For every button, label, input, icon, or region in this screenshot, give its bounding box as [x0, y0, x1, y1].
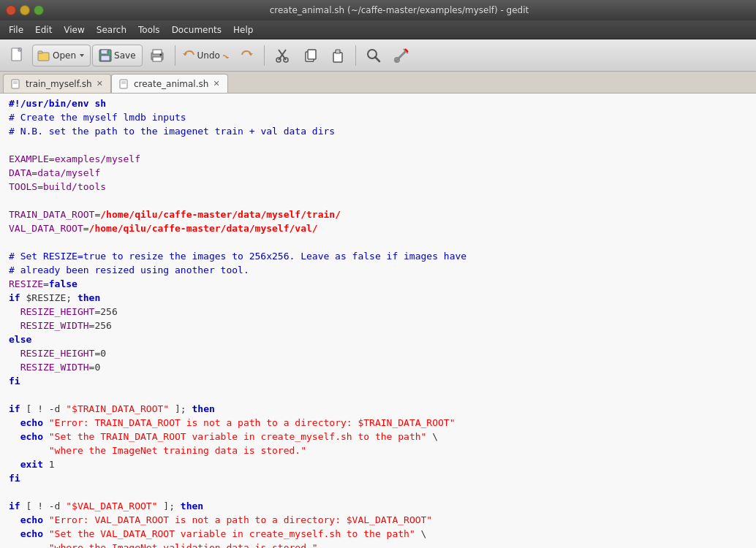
undo-button[interactable]: Undo: [180, 42, 232, 69]
tab-1-close[interactable]: ✕: [97, 79, 103, 88]
tools-button[interactable]: [388, 42, 415, 69]
svg-rect-21: [308, 50, 316, 59]
redo-button[interactable]: [233, 42, 260, 69]
maximize-button[interactable]: [34, 5, 44, 15]
svg-rect-22: [333, 53, 342, 62]
toolbar: Open Save Undo: [0, 39, 756, 72]
open-dropdown-arrow-icon: [78, 52, 86, 59]
cut-button[interactable]: [269, 42, 295, 69]
menu-file[interactable]: File: [3, 23, 29, 37]
tab-2-close[interactable]: ✕: [213, 79, 219, 88]
svg-point-12: [159, 53, 162, 56]
file-icon-2: [119, 79, 129, 89]
window-title: create_animal.sh (~/caffe-master/example…: [48, 5, 750, 15]
svg-rect-2: [38, 53, 49, 61]
menu-documents[interactable]: Documents: [166, 23, 227, 37]
file-icon: [11, 79, 21, 89]
paste-button[interactable]: [325, 42, 351, 69]
svg-rect-7: [101, 56, 110, 61]
titlebar: create_animal.sh (~/caffe-master/example…: [0, 0, 756, 20]
svg-rect-33: [120, 80, 127, 88]
tabbar: train_myself.sh ✕ create_animal.sh ✕: [0, 72, 756, 94]
svg-rect-30: [12, 80, 19, 88]
svg-marker-4: [80, 54, 84, 57]
svg-rect-11: [153, 57, 162, 61]
find-button[interactable]: [360, 42, 387, 69]
toolbar-sep-3: [355, 45, 356, 66]
close-button[interactable]: [6, 5, 16, 15]
menubar: File Edit View Search Tools Documents He…: [0, 20, 756, 39]
undo-label: Undo: [197, 50, 220, 61]
toolbar-sep-2: [264, 45, 265, 66]
tab-1-label: train_myself.sh: [26, 79, 92, 89]
print-button[interactable]: [144, 42, 170, 69]
minimize-button[interactable]: [20, 5, 30, 15]
code-content: #!/usr/bin/env sh # Create the myself lm…: [0, 96, 756, 548]
svg-rect-10: [153, 50, 162, 54]
svg-rect-8: [107, 50, 108, 53]
menu-tools[interactable]: Tools: [132, 23, 166, 37]
tab-train-myself[interactable]: train_myself.sh ✕: [3, 74, 111, 93]
copy-button[interactable]: [297, 42, 323, 69]
menu-edit[interactable]: Edit: [29, 23, 58, 37]
svg-line-25: [375, 57, 379, 61]
tab-2-label: create_animal.sh: [134, 79, 208, 89]
svg-rect-3: [38, 51, 42, 53]
svg-marker-15: [249, 53, 253, 56]
menu-search[interactable]: Search: [91, 23, 132, 37]
editor-area[interactable]: #!/usr/bin/env sh # Create the myself lm…: [0, 94, 756, 548]
undo-arrow-icon: [222, 52, 229, 59]
open-button[interactable]: Open: [32, 45, 91, 66]
tab-create-animal[interactable]: create_animal.sh ✕: [111, 74, 228, 93]
open-label: Open: [53, 50, 76, 61]
menu-view[interactable]: View: [58, 23, 90, 37]
svg-line-26: [396, 50, 407, 61]
save-button[interactable]: Save: [92, 45, 142, 66]
titlebar-buttons: [6, 5, 44, 15]
svg-marker-13: [183, 53, 187, 56]
new-file-button[interactable]: [4, 42, 31, 69]
menu-help[interactable]: Help: [227, 23, 259, 37]
toolbar-sep-1: [175, 45, 175, 66]
save-label: Save: [114, 50, 135, 61]
svg-rect-23: [336, 50, 340, 53]
